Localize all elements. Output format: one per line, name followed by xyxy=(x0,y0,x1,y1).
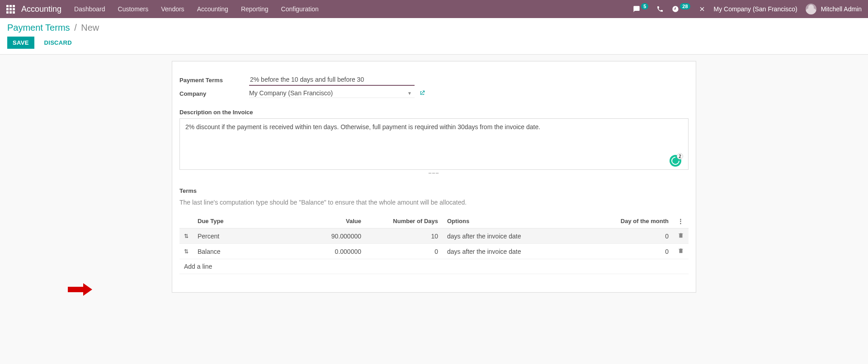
app-brand[interactable]: Accounting xyxy=(21,5,61,14)
company-select[interactable]: ▼ xyxy=(249,89,415,98)
col-value[interactable]: Value xyxy=(298,214,366,229)
label-terms: Terms xyxy=(179,187,689,194)
add-line-link[interactable]: Add a line xyxy=(179,259,689,274)
cell-days[interactable]: 10 xyxy=(366,229,443,244)
cell-day-of-month[interactable]: 0 xyxy=(596,229,673,244)
breadcrumb: Payment Terms / New xyxy=(7,23,861,33)
cell-due-type[interactable]: Balance xyxy=(193,244,298,259)
external-link-icon[interactable] xyxy=(419,90,425,98)
breadcrumb-current: New xyxy=(81,23,99,33)
label-payment-terms: Payment Terms xyxy=(179,77,249,84)
cell-options[interactable]: days after the invoice date xyxy=(443,244,596,259)
col-options[interactable]: Options xyxy=(443,214,596,229)
avatar xyxy=(806,4,816,14)
top-navbar: Accounting Dashboard Customers Vendors A… xyxy=(0,0,868,18)
col-day-of-month[interactable]: Day of the month xyxy=(596,214,673,229)
cell-due-type[interactable]: Percent xyxy=(193,229,298,244)
table-row[interactable]: ⇅ Balance 0.000000 0 days after the invo… xyxy=(179,244,689,259)
nav-dashboard[interactable]: Dashboard xyxy=(74,5,105,13)
user-name: Mitchell Admin xyxy=(821,5,862,13)
terms-table: Due Type Value Number of Days Options Da… xyxy=(179,214,689,274)
close-icon[interactable] xyxy=(698,5,706,13)
trash-icon[interactable] xyxy=(678,232,684,238)
cell-options[interactable]: days after the invoice date xyxy=(443,229,596,244)
nav-customers[interactable]: Customers xyxy=(118,5,149,13)
company-name: My Company (San Francisco) xyxy=(714,5,797,13)
nav-vendors[interactable]: Vendors xyxy=(161,5,184,13)
cell-value[interactable]: 90.000000 xyxy=(298,229,366,244)
grammarly-badge: 2 xyxy=(677,153,683,159)
breadcrumb-parent[interactable]: Payment Terms xyxy=(7,23,70,33)
nav-accounting[interactable]: Accounting xyxy=(197,5,228,13)
activities-badge: 28 xyxy=(680,3,690,9)
svg-marker-0 xyxy=(68,283,92,296)
phone-icon[interactable] xyxy=(656,5,664,13)
label-description: Description on the Invoice xyxy=(179,109,689,116)
kebab-icon[interactable]: ⋮ xyxy=(673,214,689,229)
resize-grip[interactable]: ━━━ xyxy=(179,171,689,176)
save-button[interactable]: Save xyxy=(7,37,34,49)
cell-days[interactable]: 0 xyxy=(366,244,443,259)
breadcrumb-sep: / xyxy=(74,23,77,33)
label-company: Company xyxy=(179,90,249,97)
table-row[interactable]: ⇅ Percent 90.000000 10 days after the in… xyxy=(179,229,689,244)
col-due-type[interactable]: Due Type xyxy=(193,214,298,229)
nav-reporting[interactable]: Reporting xyxy=(241,5,269,13)
control-panel: Payment Terms / New Save Discard xyxy=(0,18,868,55)
messages-badge: 5 xyxy=(641,3,648,9)
sheet-wrap: Payment Terms Company ▼ Description on t… xyxy=(0,55,868,311)
cell-day-of-month[interactable]: 0 xyxy=(596,244,673,259)
drag-handle-icon[interactable]: ⇅ xyxy=(179,229,193,244)
description-textarea[interactable] xyxy=(179,118,689,170)
chevron-down-icon[interactable]: ▼ xyxy=(407,91,412,96)
company-input[interactable] xyxy=(249,89,405,97)
payment-terms-input[interactable] xyxy=(249,74,415,86)
activities-icon[interactable]: 28 xyxy=(672,5,690,13)
user-menu[interactable]: Mitchell Admin xyxy=(806,4,862,14)
col-days[interactable]: Number of Days xyxy=(366,214,443,229)
annotation-arrow xyxy=(68,283,92,297)
discard-button[interactable]: Discard xyxy=(39,37,77,49)
trash-icon[interactable] xyxy=(678,247,684,254)
grammarly-icon[interactable]: 2 xyxy=(670,155,681,167)
drag-handle-icon[interactable]: ⇅ xyxy=(179,244,193,259)
company-switcher[interactable]: My Company (San Francisco) xyxy=(714,5,797,13)
cell-value[interactable]: 0.000000 xyxy=(298,244,366,259)
terms-help-text: The last line's computation type should … xyxy=(179,199,689,206)
form-sheet: Payment Terms Company ▼ Description on t… xyxy=(172,61,696,293)
nav-configuration[interactable]: Configuration xyxy=(281,5,319,13)
messages-icon[interactable]: 5 xyxy=(633,5,648,13)
apps-icon[interactable] xyxy=(6,5,15,14)
